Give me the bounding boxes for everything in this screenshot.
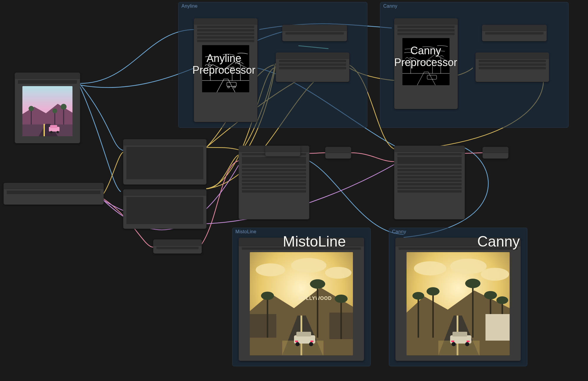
svg-rect-47 xyxy=(296,332,311,336)
node-field[interactable] xyxy=(242,165,306,168)
node-header[interactable] xyxy=(265,146,300,152)
node-prompt-negative[interactable] xyxy=(123,189,207,229)
node-vae-decode-2[interactable] xyxy=(483,147,508,159)
node-field[interactable] xyxy=(397,176,462,178)
node-header[interactable] xyxy=(396,238,521,246)
node-header[interactable] xyxy=(153,240,201,246)
node-anyline-controlnet-load[interactable] xyxy=(282,25,347,41)
node-header[interactable] xyxy=(123,139,206,145)
node-load-image[interactable] xyxy=(15,73,80,143)
node-field[interactable] xyxy=(397,153,462,155)
node-field[interactable] xyxy=(126,147,203,179)
node-field[interactable] xyxy=(242,169,306,171)
node-reroute[interactable] xyxy=(265,146,300,156)
svg-point-31 xyxy=(291,258,326,273)
image-preview-canny-edges xyxy=(402,38,450,85)
node-header[interactable] xyxy=(482,25,546,31)
node-field[interactable] xyxy=(18,80,77,84)
node-field[interactable] xyxy=(242,183,306,185)
node-field[interactable] xyxy=(279,63,346,66)
node-field[interactable] xyxy=(397,187,462,189)
node-ksampler-mistoline[interactable] xyxy=(239,146,309,219)
node-checkpoint[interactable] xyxy=(4,183,104,205)
svg-point-10 xyxy=(52,109,57,113)
node-field[interactable] xyxy=(126,197,203,224)
node-preview-mistoline[interactable]: HOLLYWOOD xyxy=(239,238,364,361)
node-field[interactable] xyxy=(397,26,455,28)
svg-rect-50 xyxy=(295,341,298,342)
node-anyline-apply-controlnet[interactable] xyxy=(276,52,349,82)
svg-point-54 xyxy=(450,259,487,274)
node-header[interactable] xyxy=(194,19,257,24)
node-field[interactable] xyxy=(197,26,254,28)
node-field[interactable] xyxy=(197,29,254,32)
node-field[interactable] xyxy=(242,180,306,182)
node-canny-preprocessor[interactable] xyxy=(394,18,458,109)
node-field[interactable] xyxy=(279,60,346,62)
node-field[interactable] xyxy=(479,63,546,66)
node-field[interactable] xyxy=(397,33,455,35)
group-title: Canny xyxy=(392,229,406,234)
node-field[interactable] xyxy=(397,173,462,175)
node-header[interactable] xyxy=(4,183,103,189)
svg-point-53 xyxy=(414,261,446,275)
node-field[interactable] xyxy=(397,183,462,185)
svg-point-66 xyxy=(427,287,440,295)
svg-rect-4 xyxy=(44,124,45,136)
node-field[interactable] xyxy=(242,187,306,189)
node-field[interactable] xyxy=(156,247,199,249)
node-header[interactable] xyxy=(15,73,80,79)
group-title: Anyline xyxy=(181,4,198,9)
image-preview-anyline-edges xyxy=(202,45,249,92)
node-header[interactable] xyxy=(483,147,508,153)
node-field[interactable] xyxy=(242,190,306,193)
node-field[interactable] xyxy=(397,190,462,193)
node-header[interactable] xyxy=(326,147,351,153)
node-field[interactable] xyxy=(485,32,544,35)
node-field[interactable] xyxy=(197,33,254,35)
svg-point-9 xyxy=(61,104,67,110)
svg-point-48 xyxy=(295,342,300,346)
node-field[interactable] xyxy=(397,157,462,164)
node-field[interactable] xyxy=(285,32,344,35)
node-field[interactable] xyxy=(7,190,100,194)
svg-rect-23 xyxy=(402,38,450,85)
node-field[interactable] xyxy=(479,67,546,69)
node-field[interactable] xyxy=(479,60,546,62)
svg-rect-75 xyxy=(451,341,454,342)
node-field[interactable] xyxy=(397,165,462,168)
node-vae-decode-1[interactable] xyxy=(325,147,351,159)
node-header[interactable] xyxy=(123,190,206,196)
node-field[interactable] xyxy=(397,180,462,182)
node-field[interactable] xyxy=(279,67,346,69)
node-prompt-positive[interactable] xyxy=(123,139,207,185)
node-empty-latent[interactable] xyxy=(153,239,202,254)
node-field[interactable] xyxy=(197,40,254,42)
node-header[interactable] xyxy=(283,25,347,31)
svg-point-45 xyxy=(335,295,348,303)
node-field[interactable] xyxy=(197,36,254,39)
svg-point-67 xyxy=(465,279,480,288)
node-header[interactable] xyxy=(476,53,549,59)
svg-point-65 xyxy=(412,292,424,300)
node-canny-apply-controlnet[interactable] xyxy=(475,52,549,82)
node-anyline-preprocessor[interactable] xyxy=(194,18,257,122)
node-preview-canny[interactable] xyxy=(395,238,521,361)
svg-point-14 xyxy=(57,131,59,133)
node-field[interactable] xyxy=(242,173,306,175)
node-field[interactable] xyxy=(397,29,455,32)
svg-point-44 xyxy=(310,279,325,289)
node-header[interactable] xyxy=(394,19,457,24)
node-ksampler-canny[interactable] xyxy=(394,146,465,219)
node-header[interactable] xyxy=(276,53,349,59)
node-field[interactable] xyxy=(242,157,306,164)
node-field[interactable] xyxy=(397,169,462,171)
node-header[interactable] xyxy=(239,238,364,246)
node-header[interactable] xyxy=(394,146,465,152)
svg-point-55 xyxy=(481,268,509,281)
node-field xyxy=(399,247,518,250)
svg-rect-15 xyxy=(202,45,249,92)
node-field[interactable] xyxy=(242,176,306,178)
node-canny-controlnet-load[interactable] xyxy=(482,25,547,41)
svg-rect-51 xyxy=(310,341,313,342)
